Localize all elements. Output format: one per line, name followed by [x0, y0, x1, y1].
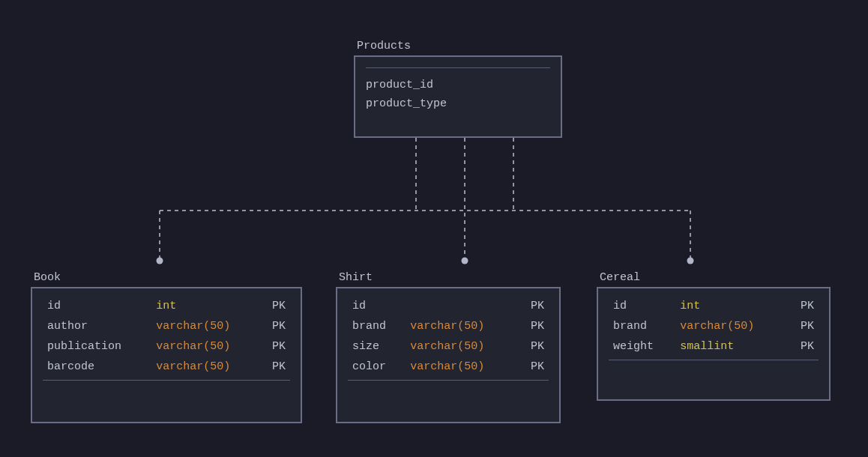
field-product-id: product_id	[366, 76, 550, 94]
column-key: PK	[788, 296, 819, 316]
column-name: weight	[609, 336, 675, 357]
column-type: varchar(50)	[151, 316, 260, 336]
column-key: PK	[518, 357, 549, 377]
entity-title-products: Products	[357, 40, 411, 52]
column-key: PK	[788, 336, 819, 357]
column-type: varchar(50)	[406, 336, 518, 357]
entity-book: id int PK author varchar(50) PK publicat…	[31, 287, 302, 423]
column-name: id	[348, 296, 406, 316]
column-row: brand varchar(50) PK	[348, 316, 549, 336]
column-row: size varchar(50) PK	[348, 336, 549, 357]
column-name: barcode	[43, 357, 151, 377]
column-name: brand	[609, 316, 675, 336]
column-row: id PK	[348, 296, 549, 316]
column-key: PK	[261, 336, 290, 357]
entity-shirt-columns: id PK brand varchar(50) PK size varchar(…	[348, 296, 549, 377]
entity-cereal-columns: id int PK brand varchar(50) PK weight sm…	[609, 296, 819, 357]
entity-products: product_id product_type	[354, 55, 562, 138]
column-key: PK	[518, 336, 549, 357]
entity-book-columns: id int PK author varchar(50) PK publicat…	[43, 296, 290, 377]
column-row: publication varchar(50) PK	[43, 336, 290, 357]
column-type: int	[151, 296, 260, 316]
column-type: varchar(50)	[151, 357, 260, 377]
column-type	[406, 296, 518, 316]
column-name: size	[348, 336, 406, 357]
column-name: publication	[43, 336, 151, 357]
field-product-type: product_type	[366, 94, 550, 113]
svg-point-1	[462, 258, 468, 264]
entity-shirt: id PK brand varchar(50) PK size varchar(…	[336, 287, 561, 423]
svg-point-0	[157, 258, 163, 264]
column-key: PK	[788, 316, 819, 336]
column-row: weight smallint PK	[609, 336, 819, 357]
column-name: author	[43, 316, 151, 336]
column-type: varchar(50)	[151, 336, 260, 357]
entity-products-fields: product_id product_type	[355, 57, 561, 122]
column-key: PK	[518, 316, 549, 336]
column-row: barcode varchar(50) PK	[43, 357, 290, 377]
column-row: id int PK	[609, 296, 819, 316]
column-row: color varchar(50) PK	[348, 357, 549, 377]
column-key: PK	[261, 316, 290, 336]
entity-cereal: id int PK brand varchar(50) PK weight sm…	[597, 287, 831, 401]
column-key: PK	[518, 296, 549, 316]
column-type: int	[675, 296, 788, 316]
entity-title-cereal: Cereal	[600, 271, 640, 284]
entity-title-shirt: Shirt	[339, 271, 373, 284]
svg-point-2	[687, 258, 694, 264]
column-key: PK	[261, 357, 290, 377]
diagram-canvas: Products product_id product_type Book id…	[0, 0, 868, 457]
column-type: varchar(50)	[406, 316, 518, 336]
column-row: author varchar(50) PK	[43, 316, 290, 336]
column-type: smallint	[675, 336, 788, 357]
column-key: PK	[261, 296, 290, 316]
column-name: brand	[348, 316, 406, 336]
column-name: color	[348, 357, 406, 377]
entity-title-book: Book	[34, 271, 61, 284]
column-type: varchar(50)	[406, 357, 518, 377]
column-row: brand varchar(50) PK	[609, 316, 819, 336]
column-name: id	[609, 296, 675, 316]
column-name: id	[43, 296, 151, 316]
column-type: varchar(50)	[675, 316, 788, 336]
column-row: id int PK	[43, 296, 290, 316]
